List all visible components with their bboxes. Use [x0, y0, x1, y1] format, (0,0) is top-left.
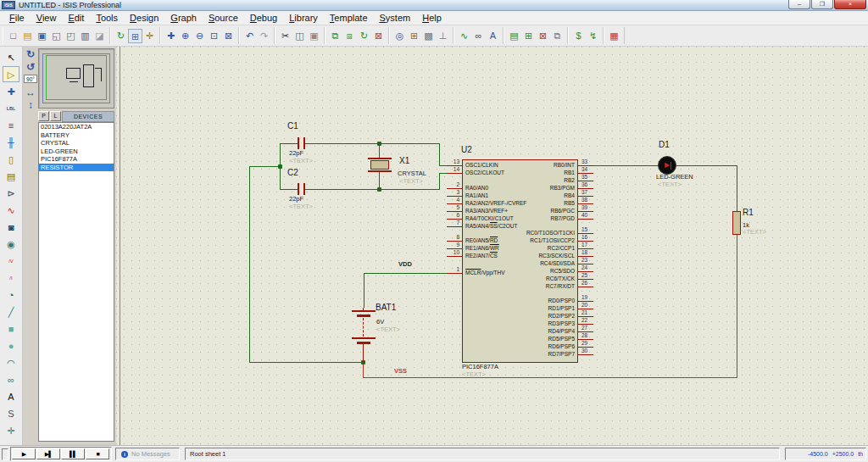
- step-button[interactable]: ▶▌: [36, 448, 60, 459]
- design-explorer-icon[interactable]: ▤: [507, 29, 521, 43]
- wire-vss[interactable]: [737, 235, 737, 378]
- crystal-x1[interactable]: [370, 160, 389, 170]
- message-box[interactable]: i No Messages: [115, 448, 180, 460]
- menu-edit[interactable]: Edit: [62, 12, 90, 24]
- capacitor-c2[interactable]: [298, 183, 299, 195]
- bill-of-materials-icon[interactable]: $: [571, 29, 586, 43]
- device-item[interactable]: RESISTOR: [39, 164, 114, 172]
- block-move-icon[interactable]: ⧈: [342, 29, 357, 43]
- rotation-angle-field[interactable]: 90°: [24, 75, 37, 83]
- current-probe-mode-icon[interactable]: /I: [3, 270, 19, 286]
- battery-bat1[interactable]: [352, 310, 376, 312]
- marker-2d-mode-icon[interactable]: ✛: [3, 422, 19, 438]
- capacitor-c1[interactable]: [303, 137, 305, 149]
- battery-bat1[interactable]: [357, 342, 370, 344]
- copy-icon[interactable]: ◫: [292, 29, 307, 43]
- wire[interactable]: [249, 166, 250, 363]
- make-device-icon[interactable]: ⊞: [407, 29, 421, 43]
- redo-icon[interactable]: ↷: [257, 29, 271, 43]
- led-d1[interactable]: ▶: [658, 156, 676, 175]
- netlist-to-ares-icon[interactable]: ▦: [607, 29, 621, 43]
- wire[interactable]: [249, 166, 280, 167]
- resistor-r1[interactable]: [732, 211, 741, 235]
- cut-icon[interactable]: ✂: [278, 29, 292, 43]
- wire[interactable]: [676, 165, 737, 166]
- battery-bat1[interactable]: [352, 337, 376, 339]
- wire-label-mode-icon[interactable]: LBL: [3, 100, 19, 116]
- toggle-grid-icon[interactable]: ⊞: [128, 29, 142, 43]
- menu-source[interactable]: Source: [203, 12, 244, 24]
- wire-vss[interactable]: [363, 377, 737, 378]
- tape-recorder-mode-icon[interactable]: ◙: [3, 219, 19, 235]
- zoom-out-icon[interactable]: ⊖: [192, 29, 207, 43]
- menu-debug[interactable]: Debug: [244, 12, 283, 24]
- pan-icon[interactable]: ✚: [164, 29, 178, 43]
- menu-library[interactable]: Library: [283, 12, 324, 24]
- import-section-icon[interactable]: ◱: [49, 29, 64, 43]
- device-item[interactable]: BATTERY: [39, 131, 114, 140]
- restore-button[interactable]: ❐: [811, 0, 833, 9]
- capacitor-c2[interactable]: [303, 183, 305, 195]
- wire[interactable]: [593, 165, 659, 166]
- text-2d-mode-icon[interactable]: A: [3, 388, 19, 404]
- graph-mode-icon[interactable]: ∿: [3, 202, 19, 218]
- zoom-all-icon[interactable]: ⊠: [221, 29, 236, 43]
- undo-icon[interactable]: ↶: [242, 29, 257, 43]
- path-2d-mode-icon[interactable]: ∞: [3, 371, 19, 387]
- buses-mode-icon[interactable]: ╫: [3, 134, 19, 150]
- menu-template[interactable]: Template: [324, 12, 374, 24]
- generator-mode-icon[interactable]: ◉: [3, 236, 19, 252]
- wire[interactable]: [249, 362, 364, 363]
- menu-design[interactable]: Design: [124, 12, 164, 24]
- capacitor-c1[interactable]: [298, 137, 299, 149]
- menu-graph[interactable]: Graph: [164, 12, 203, 24]
- voltage-probe-mode-icon[interactable]: /V: [3, 253, 19, 269]
- line-2d-mode-icon[interactable]: ╱: [3, 303, 19, 320]
- box-2d-mode-icon[interactable]: ■: [3, 320, 19, 337]
- circle-2d-mode-icon[interactable]: ●: [3, 337, 19, 353]
- symbol-2d-mode-icon[interactable]: S: [3, 405, 19, 421]
- overview-minimap[interactable]: [38, 48, 114, 109]
- menu-tools[interactable]: Tools: [90, 12, 124, 24]
- menu-view[interactable]: View: [31, 12, 63, 24]
- pause-button[interactable]: ▌▌: [61, 448, 85, 459]
- save-design-icon[interactable]: ▣: [35, 29, 49, 43]
- subcircuit-mode-icon[interactable]: ▯: [3, 151, 19, 167]
- pin-stub[interactable]: [447, 273, 462, 274]
- instrument-mode-icon[interactable]: ◔: [3, 287, 19, 303]
- origin-icon[interactable]: ✛: [142, 29, 157, 43]
- decompose-icon[interactable]: ⊥: [436, 29, 450, 43]
- device-pin-mode-icon[interactable]: ⊳: [3, 185, 19, 201]
- mirror-horizontal-icon[interactable]: ↔: [25, 86, 36, 99]
- wire[interactable]: [305, 143, 439, 144]
- print-design-icon[interactable]: ▥: [78, 29, 92, 43]
- arc-2d-mode-icon[interactable]: ◠: [3, 354, 19, 370]
- component-mode-icon[interactable]: ▷: [3, 66, 19, 82]
- close-button[interactable]: ×: [834, 0, 866, 9]
- device-item[interactable]: PIC16F877A: [39, 155, 114, 164]
- packaging-tool-icon[interactable]: ▩: [421, 29, 436, 43]
- pin-stub[interactable]: [447, 173, 462, 174]
- battery-bat1[interactable]: [363, 318, 364, 337]
- crystal-x1[interactable]: [368, 158, 392, 159]
- open-design-icon[interactable]: ▤: [20, 29, 35, 43]
- stop-button[interactable]: ■: [86, 448, 109, 459]
- junction-dot-mode-icon[interactable]: ✚: [3, 83, 19, 99]
- schematic-canvas[interactable]: ▶ C122pF<TEXT>C222pF<TEXT>X1CRYSTAL<TEXT…: [116, 47, 868, 445]
- library-manager-button[interactable]: L: [50, 111, 61, 121]
- wire[interactable]: [737, 165, 737, 212]
- device-item[interactable]: CRYSTAL: [39, 139, 114, 148]
- wire-autorouter-icon[interactable]: ∿: [457, 29, 471, 43]
- remove-sheet-icon[interactable]: ⊠: [536, 29, 550, 43]
- wire[interactable]: [280, 189, 298, 190]
- minimize-button[interactable]: –: [788, 0, 810, 9]
- export-section-icon[interactable]: ◰: [64, 29, 78, 43]
- pin-stub[interactable]: [447, 226, 462, 227]
- property-assignment-icon[interactable]: A: [486, 29, 500, 43]
- block-delete-icon[interactable]: ⊠: [371, 29, 386, 43]
- zoom-area-icon[interactable]: ⊡: [207, 29, 221, 43]
- pick-devices-button[interactable]: P: [38, 111, 49, 121]
- rotate-anticlockwise-icon[interactable]: ↺: [26, 61, 35, 74]
- new-design-icon[interactable]: □: [6, 29, 20, 43]
- wire[interactable]: [364, 273, 364, 308]
